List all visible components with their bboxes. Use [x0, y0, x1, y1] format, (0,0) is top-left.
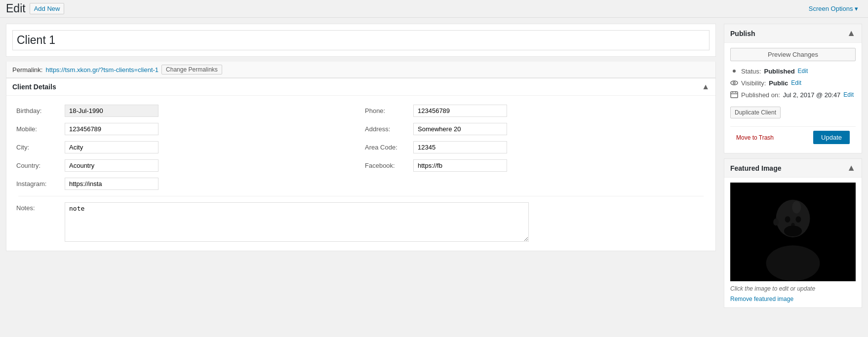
svg-point-14 [792, 201, 801, 213]
featured-image-collapse-icon: ▲ [847, 163, 856, 173]
notes-row: Notes: note [12, 199, 710, 245]
featured-image-svg [730, 183, 856, 281]
status-value: Published [764, 68, 794, 75]
address-input[interactable] [413, 123, 507, 135]
facebook-input[interactable] [413, 159, 507, 172]
city-label: City: [16, 144, 61, 151]
visibility-value: Public [769, 79, 788, 87]
phone-field-row: Phone: [361, 102, 710, 120]
duplicate-client-button[interactable]: Duplicate Client [730, 107, 781, 118]
eye-icon [730, 79, 738, 87]
featured-image-content: Click the image to edit or update Remove… [724, 178, 862, 307]
svg-point-2 [733, 82, 735, 84]
notes-label: Notes: [16, 202, 61, 212]
svg-point-9 [766, 245, 820, 281]
screen-options-button[interactable]: Screen Options ▾ [805, 3, 862, 14]
city-input[interactable] [65, 141, 158, 153]
post-title-box [6, 24, 716, 57]
add-new-button[interactable]: Add New [30, 3, 65, 14]
featured-image-thumbnail[interactable] [730, 183, 856, 281]
status-edit-link[interactable]: Edit [798, 68, 808, 75]
permalink-label: Permalink: [12, 66, 42, 74]
preview-changes-button[interactable]: Preview Changes [730, 48, 856, 61]
birthday-input[interactable] [65, 105, 158, 117]
published-on-label: Published on: [741, 91, 780, 99]
birthday-label: Birthday: [16, 107, 61, 114]
svg-rect-3 [731, 92, 738, 98]
client-details-metabox: Client Details ▲ Birthday: Mobile: [6, 78, 716, 251]
mobile-label: Mobile: [16, 125, 61, 133]
instagram-label: Instagram: [16, 180, 61, 187]
client-details-content: Birthday: Mobile: City: Country: [6, 96, 715, 251]
status-label: Status: [741, 68, 761, 75]
remove-featured-image-link[interactable]: Remove featured image [730, 296, 793, 302]
visibility-edit-link[interactable]: Edit [791, 79, 801, 86]
featured-image-header[interactable]: Featured Image ▲ [724, 159, 862, 178]
client-details-title: Client Details [12, 83, 56, 91]
country-input[interactable] [65, 159, 158, 172]
publish-metabox-content: Preview Changes Status: Published Edit V… [724, 43, 862, 153]
area-code-input[interactable] [413, 141, 507, 153]
city-field-row: City: [12, 138, 361, 156]
status-row: Status: Published Edit [730, 65, 856, 77]
facebook-field-row: Facebook: [361, 156, 710, 175]
change-permalinks-button[interactable]: Change Permalinks [161, 65, 222, 75]
address-field-row: Address: [361, 120, 710, 138]
facebook-label: Facebook: [365, 162, 409, 169]
area-code-field-row: Area Code: [361, 138, 710, 156]
publish-title: Publish [730, 30, 755, 37]
client-details-header[interactable]: Client Details ▲ [6, 78, 715, 96]
address-label: Address: [365, 125, 409, 133]
published-on-value: Jul 2, 2017 @ 20:47 [783, 91, 841, 99]
svg-point-1 [731, 81, 738, 85]
publish-metabox: Publish ▲ Preview Changes Status: Publis… [724, 24, 862, 153]
area-code-label: Area Code: [365, 144, 409, 151]
update-button[interactable]: Update [813, 131, 850, 144]
svg-point-13 [784, 225, 802, 236]
notes-textarea[interactable]: note [65, 202, 529, 242]
published-on-row: Published on: Jul 2, 2017 @ 20:47 Edit [730, 89, 856, 101]
permalink-url[interactable]: https://tsm.xkon.gr/?tsm-clients=client-… [45, 66, 158, 74]
featured-image-title: Featured Image [730, 164, 781, 172]
post-title-input[interactable] [12, 30, 710, 50]
move-to-trash-link[interactable]: Move to Trash [736, 134, 774, 141]
published-on-edit-link[interactable]: Edit [843, 91, 854, 98]
collapse-icon: ▲ [702, 82, 710, 91]
divider [18, 196, 704, 196]
calendar-icon [730, 91, 738, 99]
svg-point-11 [795, 216, 801, 223]
phone-input[interactable] [413, 105, 507, 117]
country-field-row: Country: [12, 156, 361, 175]
visibility-row: Visibility: Public Edit [730, 77, 856, 89]
permalink-bar: Permalink: https://tsm.xkon.gr/?tsm-clie… [6, 62, 716, 78]
visibility-label: Visibility: [741, 79, 766, 87]
svg-point-10 [785, 216, 790, 223]
publish-footer: Move to Trash Update [730, 126, 856, 148]
mobile-input[interactable] [65, 123, 158, 135]
country-label: Country: [16, 162, 61, 169]
birthday-field-row: Birthday: [12, 102, 361, 120]
instagram-input[interactable] [65, 178, 158, 190]
publish-metabox-header[interactable]: Publish ▲ [724, 24, 862, 43]
publish-collapse-icon: ▲ [847, 28, 856, 38]
svg-point-15 [773, 219, 779, 226]
featured-image-metabox: Featured Image ▲ [724, 158, 862, 308]
pin-icon [730, 67, 738, 75]
page-title: Edit [6, 2, 26, 15]
featured-image-hint: Click the image to edit or update [730, 285, 856, 292]
phone-label: Phone: [365, 107, 409, 114]
mobile-field-row: Mobile: [12, 120, 361, 138]
svg-point-0 [733, 70, 736, 73]
instagram-field-row: Instagram: [12, 175, 361, 193]
